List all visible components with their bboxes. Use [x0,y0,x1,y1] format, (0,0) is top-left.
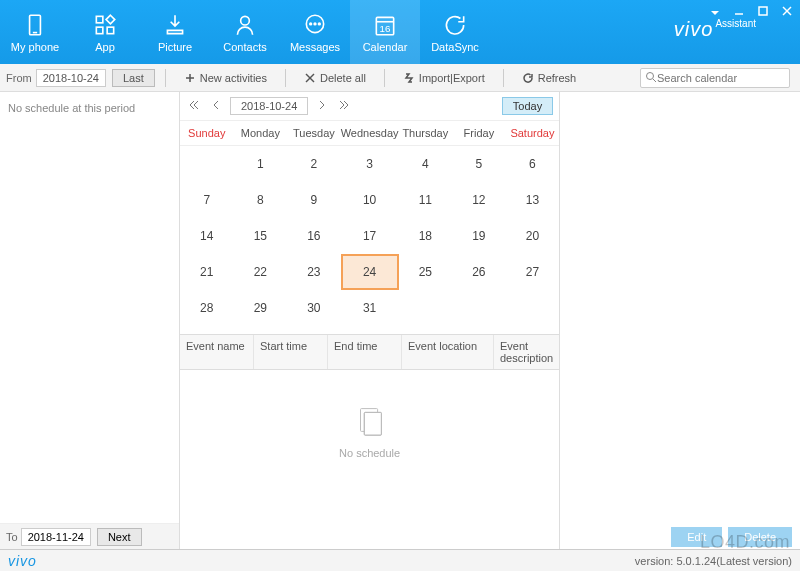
calendar-day[interactable]: 5 [452,146,506,182]
prev-month-button[interactable] [208,100,224,112]
calendar-panel: 2018-10-24 Today SundayMondayTuesdayWedn… [180,92,560,549]
refresh-button[interactable]: Refresh [514,70,585,86]
brand-logo: vivoAssistant [674,18,756,41]
calendar-day[interactable]: 14 [180,218,234,254]
window-controls [708,4,794,18]
svg-point-9 [318,23,320,25]
calendar-day[interactable]: 16 [287,218,341,254]
calendar-day[interactable]: 28 [180,290,234,326]
nav-messages[interactable]: Messages [280,0,350,64]
day-header: Friday [452,121,506,146]
calendar-day[interactable]: 19 [452,218,506,254]
nav-label: App [95,41,115,53]
calendar-day[interactable]: 27 [506,254,560,290]
to-date-input[interactable]: 2018-11-24 [21,528,91,546]
calendar-day[interactable]: 17 [341,218,399,254]
calendar-day[interactable]: 22 [234,254,288,290]
no-schedule-message: No schedule at this period [0,92,179,124]
new-activities-button[interactable]: New activities [176,70,275,86]
main-area: No schedule at this period To 2018-11-24… [0,92,800,549]
prev-year-button[interactable] [186,100,202,112]
edit-button[interactable]: Edit [671,527,722,547]
calendar-day[interactable]: 10 [341,182,399,218]
nav-myphone[interactable]: My phone [0,0,70,64]
from-date-input[interactable]: 2018-10-24 [36,69,106,87]
nav-label: Messages [290,41,340,53]
svg-point-7 [310,23,312,25]
calendar-day[interactable]: 1 [234,146,288,182]
import-export-button[interactable]: Import|Export [395,70,493,86]
calendar-cell-empty [506,290,560,326]
calendar-day[interactable]: 20 [506,218,560,254]
footer-logo: vivo [8,553,37,569]
calendar-day[interactable]: 30 [287,290,341,326]
calendar-day[interactable]: 7 [180,182,234,218]
calendar-day[interactable]: 6 [506,146,560,182]
nav-label: Contacts [223,41,266,53]
search-input[interactable] [657,72,777,84]
svg-rect-3 [107,27,114,33]
calendar-day[interactable]: 18 [399,218,453,254]
svg-point-21 [647,72,654,79]
col-end-time: End time [328,335,402,369]
nav-picture[interactable]: Picture [140,0,210,64]
close-icon[interactable] [780,4,794,18]
day-header: Sunday [180,121,234,146]
calendar-day[interactable]: 24 [341,254,399,290]
calendar-day[interactable]: 8 [234,182,288,218]
minimize-icon[interactable] [732,4,746,18]
calendar-day[interactable]: 3 [341,146,399,182]
from-label: From [4,72,34,84]
svg-line-22 [653,79,656,82]
empty-schedule-label: No schedule [339,447,400,459]
calendar-day[interactable]: 21 [180,254,234,290]
calendar-nav: 2018-10-24 Today [180,92,559,120]
today-button[interactable]: Today [502,97,553,115]
svg-rect-24 [364,412,381,435]
col-event-description: Event description [494,335,559,369]
nav-app[interactable]: App [70,0,140,64]
calendar-day[interactable]: 12 [452,182,506,218]
nav-calendar[interactable]: 16 Calendar [350,0,420,64]
maximize-icon[interactable] [756,4,770,18]
sync-icon [441,11,469,39]
calendar-day[interactable]: 29 [234,290,288,326]
delete-all-button[interactable]: Delete all [296,70,374,86]
button-label: New activities [200,72,267,84]
calendar-day[interactable]: 4 [399,146,453,182]
col-start-time: Start time [254,335,328,369]
nav-label: My phone [11,41,59,53]
nav-contacts[interactable]: Contacts [210,0,280,64]
last-button[interactable]: Last [112,69,155,87]
calendar-cell-empty [180,146,234,182]
calendar-day[interactable]: 11 [399,182,453,218]
calendar-cell-empty [399,290,453,326]
nav-label: Picture [158,41,192,53]
calendar-day[interactable]: 25 [399,254,453,290]
left-sidebar: No schedule at this period To 2018-11-24… [0,92,180,549]
calendar-day[interactable]: 13 [506,182,560,218]
current-month-display[interactable]: 2018-10-24 [230,97,308,115]
day-header: Monday [234,121,288,146]
calendar-day[interactable]: 23 [287,254,341,290]
nav-label: DataSync [431,41,479,53]
next-month-button[interactable] [314,100,330,112]
calendar-day[interactable]: 15 [234,218,288,254]
toolbar: From 2018-10-24 Last New activities Dele… [0,64,800,92]
calendar-day[interactable]: 26 [452,254,506,290]
menu-icon[interactable] [708,4,722,18]
next-year-button[interactable] [336,100,352,112]
calendar-day[interactable]: 9 [287,182,341,218]
day-header: Saturday [506,121,560,146]
day-header: Wednesday [341,121,399,146]
nav-datasync[interactable]: DataSync [420,0,490,64]
next-button[interactable]: Next [97,528,142,546]
search-box[interactable] [640,68,790,88]
calendar-day[interactable]: 31 [341,290,399,326]
svg-rect-4 [96,27,103,33]
calendar-day[interactable]: 2 [287,146,341,182]
message-icon [301,11,329,39]
event-table-header: Event name Start time End time Event loc… [180,335,559,370]
svg-text:16: 16 [380,23,391,34]
delete-button[interactable]: Delete [728,527,792,547]
